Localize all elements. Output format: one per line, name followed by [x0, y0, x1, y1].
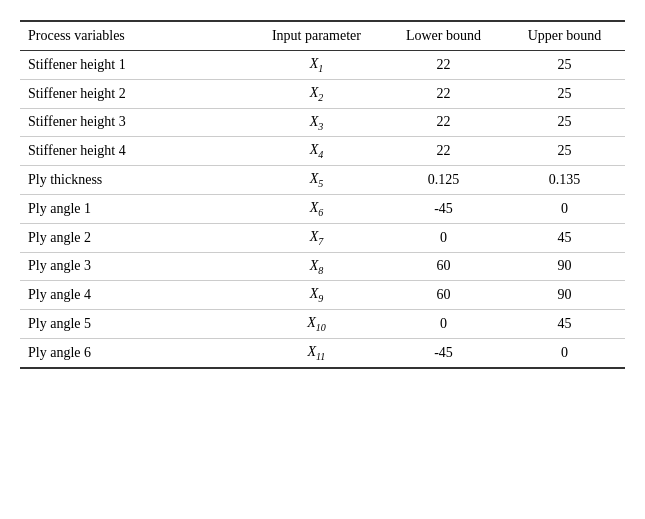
header-process: Process variables [20, 22, 250, 51]
cell-process: Stiffener height 1 [20, 51, 250, 80]
cell-process: Ply angle 5 [20, 310, 250, 339]
cell-input: X3 [250, 108, 383, 137]
table-row: Ply thicknessX50.1250.135 [20, 166, 625, 195]
cell-process: Stiffener height 3 [20, 108, 250, 137]
cell-process: Ply angle 3 [20, 252, 250, 281]
table-row: Ply angle 6X11-450 [20, 338, 625, 366]
cell-process: Ply angle 6 [20, 338, 250, 366]
cell-input: X1 [250, 51, 383, 80]
cell-process: Stiffener height 4 [20, 137, 250, 166]
data-table: Process variables Input parameter Lower … [20, 22, 625, 367]
cell-input: X10 [250, 310, 383, 339]
cell-process: Ply thickness [20, 166, 250, 195]
table-row: Ply angle 5X10045 [20, 310, 625, 339]
header-input: Input parameter [250, 22, 383, 51]
cell-upper: 0 [504, 194, 625, 223]
cell-lower: 22 [383, 51, 504, 80]
cell-process: Ply angle 1 [20, 194, 250, 223]
cell-input: X5 [250, 166, 383, 195]
cell-lower: 22 [383, 108, 504, 137]
table-row: Ply angle 1X6-450 [20, 194, 625, 223]
table-row: Stiffener height 1X12225 [20, 51, 625, 80]
cell-upper: 90 [504, 252, 625, 281]
table-row: Stiffener height 3X32225 [20, 108, 625, 137]
cell-upper: 25 [504, 51, 625, 80]
cell-lower: 60 [383, 281, 504, 310]
cell-upper: 25 [504, 137, 625, 166]
table-row: Ply angle 4X96090 [20, 281, 625, 310]
table-header-row: Process variables Input parameter Lower … [20, 22, 625, 51]
cell-lower: 0.125 [383, 166, 504, 195]
cell-upper: 90 [504, 281, 625, 310]
cell-process: Ply angle 2 [20, 223, 250, 252]
cell-input: X6 [250, 194, 383, 223]
cell-lower: 22 [383, 79, 504, 108]
cell-lower: 22 [383, 137, 504, 166]
header-upper: Upper bound [504, 22, 625, 51]
table-row: Ply angle 2X7045 [20, 223, 625, 252]
cell-input: X11 [250, 338, 383, 366]
cell-lower: 60 [383, 252, 504, 281]
cell-upper: 45 [504, 310, 625, 339]
cell-upper: 0 [504, 338, 625, 366]
main-table-container: Process variables Input parameter Lower … [20, 20, 625, 369]
cell-input: X7 [250, 223, 383, 252]
cell-upper: 45 [504, 223, 625, 252]
table-row: Stiffener height 2X22225 [20, 79, 625, 108]
cell-process: Ply angle 4 [20, 281, 250, 310]
cell-process: Stiffener height 2 [20, 79, 250, 108]
cell-upper: 25 [504, 108, 625, 137]
cell-lower: -45 [383, 338, 504, 366]
cell-input: X8 [250, 252, 383, 281]
cell-upper: 25 [504, 79, 625, 108]
header-lower: Lower bound [383, 22, 504, 51]
cell-lower: 0 [383, 310, 504, 339]
table-row: Stiffener height 4X42225 [20, 137, 625, 166]
cell-input: X2 [250, 79, 383, 108]
cell-lower: -45 [383, 194, 504, 223]
cell-upper: 0.135 [504, 166, 625, 195]
cell-input: X4 [250, 137, 383, 166]
cell-input: X9 [250, 281, 383, 310]
cell-lower: 0 [383, 223, 504, 252]
table-row: Ply angle 3X86090 [20, 252, 625, 281]
